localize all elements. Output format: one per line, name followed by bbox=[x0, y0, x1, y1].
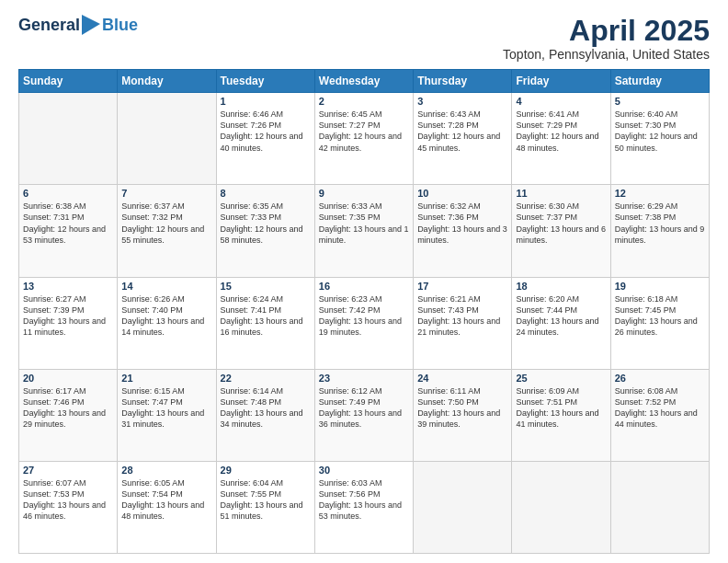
calendar-cell: 4Sunrise: 6:41 AM Sunset: 7:29 PM Daylig… bbox=[512, 93, 610, 185]
day-info: Sunrise: 6:43 AM Sunset: 7:28 PM Dayligh… bbox=[417, 109, 507, 154]
calendar-cell: 25Sunrise: 6:09 AM Sunset: 7:51 PM Dayli… bbox=[512, 369, 610, 461]
calendar-cell: 11Sunrise: 6:30 AM Sunset: 7:37 PM Dayli… bbox=[512, 185, 610, 277]
calendar-cell: 18Sunrise: 6:20 AM Sunset: 7:44 PM Dayli… bbox=[512, 277, 610, 369]
day-info: Sunrise: 6:26 AM Sunset: 7:40 PM Dayligh… bbox=[121, 293, 211, 339]
header: General Blue April 2025 Topton, Pennsylv… bbox=[18, 15, 710, 62]
day-info: Sunrise: 6:24 AM Sunset: 7:41 PM Dayligh… bbox=[221, 293, 311, 339]
calendar-cell: 30Sunrise: 6:03 AM Sunset: 7:56 PM Dayli… bbox=[314, 461, 413, 553]
calendar-cell: 14Sunrise: 6:26 AM Sunset: 7:40 PM Dayli… bbox=[118, 277, 216, 369]
calendar-week-row: 20Sunrise: 6:17 AM Sunset: 7:46 PM Dayli… bbox=[19, 369, 710, 461]
day-header: Saturday bbox=[610, 70, 709, 93]
title-block: April 2025 Topton, Pennsylvania, United … bbox=[503, 15, 710, 62]
day-info: Sunrise: 6:37 AM Sunset: 7:32 PM Dayligh… bbox=[121, 201, 211, 246]
calendar-cell: 29Sunrise: 6:04 AM Sunset: 7:55 PM Dayli… bbox=[216, 461, 314, 553]
calendar-cell: 1Sunrise: 6:46 AM Sunset: 7:26 PM Daylig… bbox=[216, 93, 314, 185]
day-info: Sunrise: 6:21 AM Sunset: 7:43 PM Dayligh… bbox=[417, 293, 507, 339]
day-info: Sunrise: 6:45 AM Sunset: 7:27 PM Dayligh… bbox=[319, 109, 409, 154]
logo-text: General Blue bbox=[18, 15, 138, 35]
page: General Blue April 2025 Topton, Pennsylv… bbox=[0, 0, 728, 563]
day-header: Wednesday bbox=[314, 70, 413, 93]
day-number: 17 bbox=[417, 281, 507, 292]
day-number: 1 bbox=[221, 96, 311, 107]
day-info: Sunrise: 6:14 AM Sunset: 7:48 PM Dayligh… bbox=[221, 385, 311, 431]
day-info: Sunrise: 6:33 AM Sunset: 7:35 PM Dayligh… bbox=[319, 201, 409, 246]
calendar-week-row: 6Sunrise: 6:38 AM Sunset: 7:31 PM Daylig… bbox=[19, 185, 710, 277]
logo-general: General bbox=[18, 17, 80, 33]
day-number: 18 bbox=[516, 281, 606, 292]
logo: General Blue bbox=[18, 15, 138, 35]
day-info: Sunrise: 6:29 AM Sunset: 7:38 PM Dayligh… bbox=[615, 201, 705, 246]
day-info: Sunrise: 6:15 AM Sunset: 7:47 PM Dayligh… bbox=[121, 385, 211, 431]
day-number: 13 bbox=[23, 281, 113, 292]
logo-icon bbox=[82, 15, 100, 35]
calendar-cell: 10Sunrise: 6:32 AM Sunset: 7:36 PM Dayli… bbox=[414, 185, 512, 277]
calendar-cell: 26Sunrise: 6:08 AM Sunset: 7:52 PM Dayli… bbox=[610, 369, 709, 461]
day-info: Sunrise: 6:17 AM Sunset: 7:46 PM Dayligh… bbox=[23, 385, 113, 431]
day-info: Sunrise: 6:38 AM Sunset: 7:31 PM Dayligh… bbox=[23, 201, 113, 246]
day-number: 5 bbox=[615, 96, 705, 107]
calendar-cell: 20Sunrise: 6:17 AM Sunset: 7:46 PM Dayli… bbox=[19, 369, 118, 461]
day-number: 22 bbox=[221, 373, 311, 384]
day-header: Friday bbox=[512, 70, 610, 93]
calendar-cell: 24Sunrise: 6:11 AM Sunset: 7:50 PM Dayli… bbox=[414, 369, 512, 461]
calendar-week-row: 27Sunrise: 6:07 AM Sunset: 7:53 PM Dayli… bbox=[19, 461, 710, 553]
day-info: Sunrise: 6:04 AM Sunset: 7:55 PM Dayligh… bbox=[221, 477, 311, 523]
day-number: 26 bbox=[615, 373, 705, 384]
calendar-cell: 7Sunrise: 6:37 AM Sunset: 7:32 PM Daylig… bbox=[118, 185, 216, 277]
calendar-cell: 28Sunrise: 6:05 AM Sunset: 7:54 PM Dayli… bbox=[118, 461, 216, 553]
day-number: 27 bbox=[23, 465, 113, 476]
day-info: Sunrise: 6:20 AM Sunset: 7:44 PM Dayligh… bbox=[516, 293, 606, 339]
calendar-cell: 9Sunrise: 6:33 AM Sunset: 7:35 PM Daylig… bbox=[314, 185, 413, 277]
calendar-cell bbox=[414, 461, 512, 553]
day-info: Sunrise: 6:07 AM Sunset: 7:53 PM Dayligh… bbox=[23, 477, 113, 523]
day-number: 25 bbox=[516, 373, 606, 384]
calendar-cell: 17Sunrise: 6:21 AM Sunset: 7:43 PM Dayli… bbox=[414, 277, 512, 369]
calendar-cell bbox=[512, 461, 610, 553]
day-info: Sunrise: 6:03 AM Sunset: 7:56 PM Dayligh… bbox=[319, 477, 409, 523]
calendar-cell: 3Sunrise: 6:43 AM Sunset: 7:28 PM Daylig… bbox=[414, 93, 512, 185]
day-info: Sunrise: 6:30 AM Sunset: 7:37 PM Dayligh… bbox=[516, 201, 606, 246]
day-number: 30 bbox=[319, 465, 409, 476]
day-number: 23 bbox=[319, 373, 409, 384]
calendar-cell: 16Sunrise: 6:23 AM Sunset: 7:42 PM Dayli… bbox=[314, 277, 413, 369]
day-number: 2 bbox=[319, 96, 409, 107]
calendar-cell: 15Sunrise: 6:24 AM Sunset: 7:41 PM Dayli… bbox=[216, 277, 314, 369]
logo-blue: Blue bbox=[102, 17, 138, 33]
day-number: 28 bbox=[121, 465, 211, 476]
day-number: 9 bbox=[319, 188, 409, 199]
calendar-week-row: 1Sunrise: 6:46 AM Sunset: 7:26 PM Daylig… bbox=[19, 93, 710, 185]
day-number: 19 bbox=[615, 281, 705, 292]
month-title: April 2025 bbox=[503, 15, 710, 47]
day-info: Sunrise: 6:11 AM Sunset: 7:50 PM Dayligh… bbox=[417, 385, 507, 431]
day-number: 8 bbox=[221, 188, 311, 199]
day-info: Sunrise: 6:23 AM Sunset: 7:42 PM Dayligh… bbox=[319, 293, 409, 339]
calendar-cell: 12Sunrise: 6:29 AM Sunset: 7:38 PM Dayli… bbox=[610, 185, 709, 277]
day-number: 7 bbox=[121, 188, 211, 199]
day-info: Sunrise: 6:27 AM Sunset: 7:39 PM Dayligh… bbox=[23, 293, 113, 339]
day-info: Sunrise: 6:40 AM Sunset: 7:30 PM Dayligh… bbox=[615, 109, 705, 154]
day-number: 14 bbox=[121, 281, 211, 292]
day-number: 12 bbox=[615, 188, 705, 199]
calendar-cell bbox=[118, 93, 216, 185]
calendar-cell bbox=[610, 461, 709, 553]
day-header: Thursday bbox=[414, 70, 512, 93]
day-number: 29 bbox=[221, 465, 311, 476]
calendar-cell: 2Sunrise: 6:45 AM Sunset: 7:27 PM Daylig… bbox=[314, 93, 413, 185]
location: Topton, Pennsylvania, United States bbox=[503, 47, 710, 62]
day-number: 10 bbox=[417, 188, 507, 199]
day-header: Tuesday bbox=[216, 70, 314, 93]
calendar-cell: 21Sunrise: 6:15 AM Sunset: 7:47 PM Dayli… bbox=[118, 369, 216, 461]
day-info: Sunrise: 6:18 AM Sunset: 7:45 PM Dayligh… bbox=[615, 293, 705, 339]
svg-marker-0 bbox=[82, 15, 100, 35]
calendar-header-row: SundayMondayTuesdayWednesdayThursdayFrid… bbox=[19, 70, 710, 93]
day-info: Sunrise: 6:09 AM Sunset: 7:51 PM Dayligh… bbox=[516, 385, 606, 431]
calendar-cell: 27Sunrise: 6:07 AM Sunset: 7:53 PM Dayli… bbox=[19, 461, 118, 553]
day-number: 24 bbox=[417, 373, 507, 384]
day-number: 6 bbox=[23, 188, 113, 199]
day-number: 16 bbox=[319, 281, 409, 292]
day-number: 3 bbox=[417, 96, 507, 107]
calendar-cell: 6Sunrise: 6:38 AM Sunset: 7:31 PM Daylig… bbox=[19, 185, 118, 277]
day-info: Sunrise: 6:32 AM Sunset: 7:36 PM Dayligh… bbox=[417, 201, 507, 246]
day-header: Sunday bbox=[19, 70, 118, 93]
day-number: 11 bbox=[516, 188, 606, 199]
